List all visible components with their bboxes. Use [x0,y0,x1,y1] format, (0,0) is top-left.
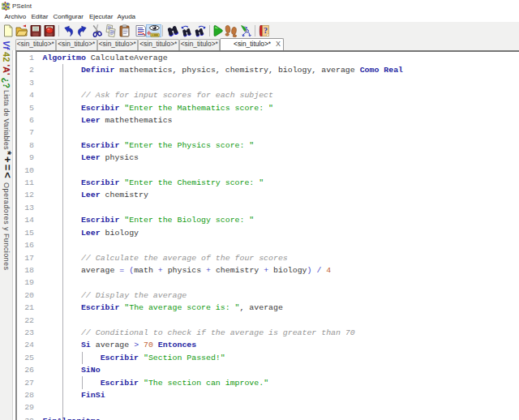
svg-text:?: ? [264,26,268,35]
